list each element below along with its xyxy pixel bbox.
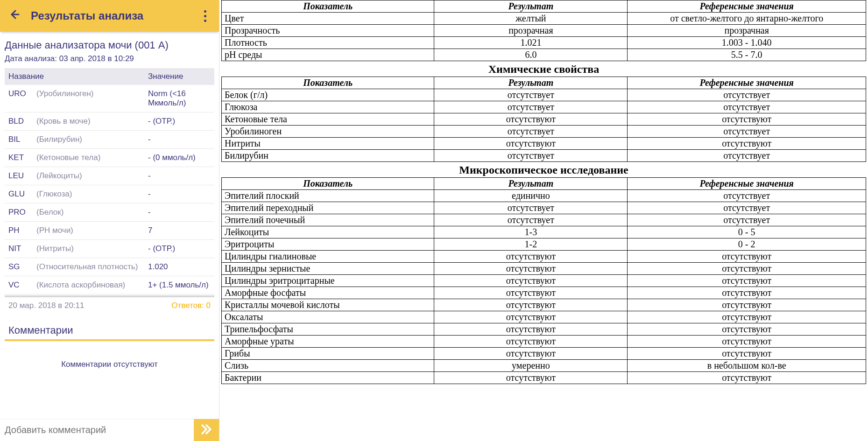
analysis-title: Данные анализатора мочи (001 A): [5, 39, 214, 51]
row-code: SG: [5, 258, 33, 276]
col-result: Результат: [434, 0, 628, 13]
table-row: pH среды6.05.5 - 7.0: [222, 49, 866, 61]
table-row: Грибыотсутствуютотсутствуют: [222, 348, 866, 360]
cell-indicator: Цвет: [222, 13, 434, 25]
doc-table-3: Показатель Результат Референсные значени…: [221, 177, 866, 384]
table-row: Аморфные уратыотсутствуютотсутствуют: [222, 336, 866, 348]
cell-reference: прозрачная: [628, 25, 866, 37]
row-desc: (Белок): [33, 203, 144, 222]
cell-result: умеренно: [434, 360, 628, 372]
comment-input[interactable]: [0, 425, 194, 435]
cell-result: отсутствуют: [434, 138, 628, 150]
cell-indicator: Цилиндры эритроцитарные: [222, 275, 434, 287]
cell-result: отсутствуют: [434, 275, 628, 287]
table-row: Прозрачностьпрозрачнаяпрозрачная: [222, 25, 866, 37]
col-reference: Референсные значения: [628, 0, 866, 13]
cell-reference: отсутствуют: [628, 263, 866, 275]
cell-result: отсутствует: [434, 150, 628, 162]
analysis-date: Дата анализа: 03 апр. 2018 в 10:29: [5, 54, 214, 63]
table-row: Трипельфосфатыотсутствуютотсутствуют: [222, 323, 866, 336]
cell-result: 1-2: [434, 238, 628, 251]
cell-result: 1-3: [434, 226, 628, 238]
row-desc: (Уробилиноген): [33, 85, 144, 112]
table-row: BIL(Билирубин)-: [5, 131, 214, 149]
row-value: - (ОТР.): [144, 240, 214, 258]
row-desc: (Нитриты): [33, 240, 144, 258]
cell-reference: 5.5 - 7.0: [628, 49, 866, 61]
row-code: VC: [5, 276, 33, 294]
answers-count[interactable]: Ответов: 0: [171, 301, 211, 310]
date-label: Дата анализа:: [5, 54, 57, 63]
cell-indicator: Глюкоза: [222, 101, 434, 113]
timestamp: 20 мар. 2018 в 20:11: [8, 301, 85, 310]
col-result: Результат: [434, 178, 628, 190]
back-button[interactable]: [7, 9, 21, 22]
table-row: Белок (г/л)отсутствуетотсутствует: [222, 89, 866, 101]
row-code: BLD: [5, 112, 33, 131]
cell-result: отсутствуют: [434, 263, 628, 275]
cell-result: отсутствуют: [434, 113, 628, 126]
appbar-title: Результаты анализа: [31, 9, 143, 22]
row-code: KET: [5, 149, 33, 167]
cell-result: единично: [434, 190, 628, 202]
row-desc: (Глюкоза): [33, 185, 144, 203]
cell-reference: отсутствуют: [628, 113, 866, 126]
cell-indicator: pH среды: [222, 49, 434, 61]
cell-reference: отсутствуют: [628, 287, 866, 299]
row-desc: (Кровь в моче): [33, 112, 144, 131]
row-value: 1+ (1.5 ммоль/л): [144, 276, 214, 294]
table-row: LEU(Лейкоциты)-: [5, 167, 214, 185]
cell-indicator: Плотность: [222, 37, 434, 49]
cell-indicator: Кетоновые тела: [222, 113, 434, 126]
row-value: 7: [144, 222, 214, 240]
cell-reference: 0 - 2: [628, 238, 866, 251]
cell-reference: 1.003 - 1.040: [628, 37, 866, 49]
table-row: Цилиндры зернистыеотсутствуютотсутствуют: [222, 263, 866, 275]
row-code: BIL: [5, 131, 33, 149]
dot-icon: [204, 20, 206, 22]
col-reference: Референсные значения: [628, 77, 866, 89]
send-button[interactable]: [194, 419, 219, 441]
row-value: -: [144, 203, 214, 222]
cell-indicator: Цилиндры гиалиновые: [222, 251, 434, 263]
cell-result: отсутствуют: [434, 311, 628, 323]
table-row: Цилиндры эритроцитарныеотсутствуютотсутс…: [222, 275, 866, 287]
analyzer-table: Название Значение URO(Уробилиноген)Norm …: [5, 68, 214, 294]
table-row: Эпителий почечныйотсутствуетотсутствует: [222, 214, 866, 226]
comments-header: Комментарии: [5, 324, 214, 339]
cell-indicator: Аморфные фосфаты: [222, 287, 434, 299]
cell-result: отсутствуют: [434, 323, 628, 336]
cell-reference: отсутствуют: [628, 372, 866, 384]
cell-indicator: Трипельфосфаты: [222, 323, 434, 336]
cell-indicator: Цилиндры зернистые: [222, 263, 434, 275]
table-row: BLD(Кровь в моче)- (ОТР.): [5, 112, 214, 131]
cell-reference: отсутствуют: [628, 275, 866, 287]
add-comment-row: [0, 419, 219, 441]
row-value: 1.020: [144, 258, 214, 276]
table-row: Глюкозаотсутствуетотсутствует: [222, 101, 866, 113]
cell-indicator: Эпителий плоский: [222, 190, 434, 202]
cell-indicator: Билирубин: [222, 150, 434, 162]
cell-reference: отсутствует: [628, 101, 866, 113]
table-row: Цветжелтыйот светло-желтого до янтарно-ж…: [222, 13, 866, 25]
col-indicator: Показатель: [222, 0, 434, 13]
cell-result: желтый: [434, 13, 628, 25]
table-row: Бактерииотсутствуютотсутствуют: [222, 372, 866, 384]
table-row: Уробилиногенотсутствуетотсутствует: [222, 126, 866, 138]
table-row: Эритроциты1-20 - 2: [222, 238, 866, 251]
cell-reference: отсутствуют: [628, 299, 866, 311]
table-row: PRO(Белок)-: [5, 203, 214, 222]
cell-result: отсутствует: [434, 202, 628, 214]
col-name: Название: [5, 68, 144, 85]
more-button[interactable]: [198, 7, 212, 25]
cell-result: отсутствуют: [434, 348, 628, 360]
row-code: NIT: [5, 240, 33, 258]
cell-reference: отсутствует: [628, 202, 866, 214]
row-value: - (0 ммоль/л): [144, 149, 214, 167]
cell-indicator: Эпителий переходный: [222, 202, 434, 214]
col-indicator: Показатель: [222, 178, 434, 190]
cell-result: 6.0: [434, 49, 628, 61]
cell-reference: отсутствует: [628, 214, 866, 226]
cell-result: отсутствует: [434, 214, 628, 226]
row-desc: (Относительная плотность): [33, 258, 144, 276]
